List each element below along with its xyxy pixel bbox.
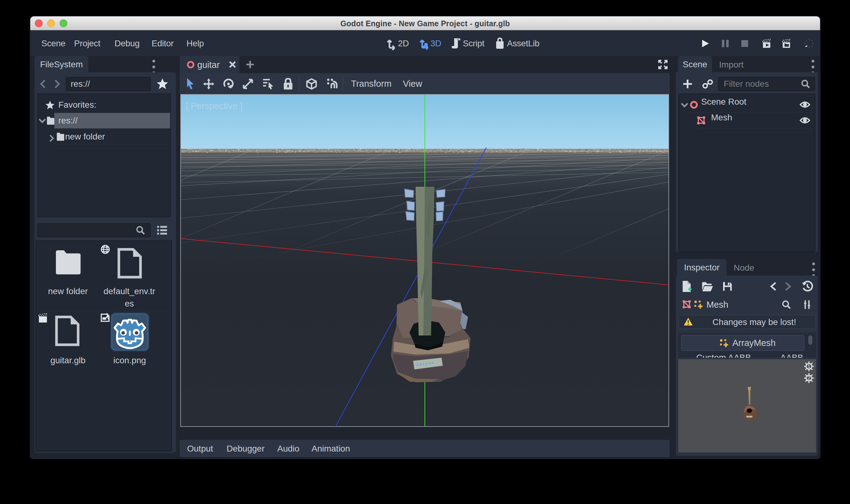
svg-text:2: 2 — [808, 375, 810, 381]
svg-text:1: 1 — [808, 364, 810, 370]
svg-text:[ Perspective ]: [ Perspective ] — [186, 101, 243, 111]
